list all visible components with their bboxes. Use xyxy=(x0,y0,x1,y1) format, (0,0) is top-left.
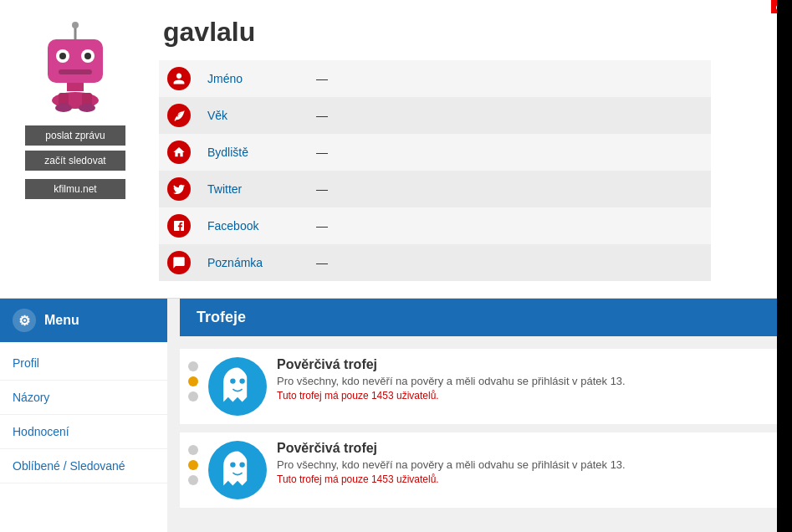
profile-section: poslat zprávu začít sledovat kfilmu.net … xyxy=(0,0,792,299)
sidebar-nav-item[interactable]: Hodnocení xyxy=(0,415,167,449)
sidebar-nav-link[interactable]: Hodnocení xyxy=(0,415,167,449)
trophy-count: Tuto trofej má pouze 1453 uživatelů. xyxy=(277,390,771,402)
username: gavlalu xyxy=(163,17,775,48)
dot-3 xyxy=(188,391,198,402)
info-row: Twitter — xyxy=(159,171,711,207)
sidebar-nav-item[interactable]: Profil xyxy=(0,346,167,381)
send-message-button[interactable]: poslat zprávu xyxy=(25,125,125,146)
dot-active xyxy=(188,460,198,470)
dot-3 xyxy=(188,475,198,485)
dot-1 xyxy=(188,361,198,371)
trophy-item: Pověrčivá trofej Pro všechny, kdo nevěří… xyxy=(180,432,779,508)
info-value: — xyxy=(308,97,711,134)
bottom-section: ⚙ Menu ProfilNázoryHodnoceníOblíbené / S… xyxy=(0,299,792,532)
sidebar-header: ⚙ Menu xyxy=(0,299,167,342)
sidebar-nav-link[interactable]: Profil xyxy=(0,346,167,381)
page-wrapper: on xyxy=(0,0,792,532)
trophy-dots xyxy=(188,441,198,485)
trophy-icon xyxy=(208,357,267,416)
trophy-dots xyxy=(188,357,198,402)
trophy-desc: Pro všechny, kdo nevěří na pověry a měli… xyxy=(277,375,771,387)
main-content: Trofeje Pověrčivá trofej Pro všechny, kd… xyxy=(167,299,792,532)
trophy-desc: Pro všechny, kdo nevěří na pověry a měli… xyxy=(277,458,771,471)
info-label: Poznámka xyxy=(199,244,308,281)
info-label: Twitter xyxy=(199,171,308,207)
svg-rect-2 xyxy=(48,39,103,83)
scrollbar[interactable] xyxy=(777,0,792,532)
sidebar-title: Menu xyxy=(44,313,79,328)
sidebar-nav: ProfilNázoryHodnoceníOblíbené / Sledovan… xyxy=(0,342,167,488)
trophy-info: Pověrčivá trofej Pro všechny, kdo nevěří… xyxy=(277,441,771,485)
info-icon-cell xyxy=(159,207,199,244)
gear-icon: ⚙ xyxy=(13,309,36,332)
website-link[interactable]: kfilmu.net xyxy=(25,179,125,199)
sidebar-nav-item[interactable]: Názory xyxy=(0,381,167,415)
svg-point-14 xyxy=(230,378,235,383)
svg-point-16 xyxy=(230,462,235,467)
svg-point-15 xyxy=(239,378,244,383)
info-row: Facebook — xyxy=(159,207,711,244)
info-label: Facebook xyxy=(199,207,308,244)
trophies-header: Trofeje xyxy=(180,299,779,336)
avatar xyxy=(29,21,121,113)
svg-rect-8 xyxy=(67,83,84,91)
info-icon-cell xyxy=(159,60,199,97)
info-label: Věk xyxy=(199,97,308,134)
sidebar-nav-link[interactable]: Oblíbené / Sledované xyxy=(0,449,167,483)
comment-icon xyxy=(167,251,191,274)
home-icon xyxy=(167,141,191,164)
trophy-info: Pověrčivá trofej Pro všechny, kdo nevěří… xyxy=(277,357,771,402)
trophy-count: Tuto trofej má pouze 1453 uživatelů. xyxy=(277,473,771,485)
facebook-icon xyxy=(167,214,191,238)
svg-point-5 xyxy=(59,53,66,59)
info-icon-cell xyxy=(159,134,199,171)
info-label: Bydliště xyxy=(199,134,308,171)
sidebar-nav-item[interactable]: Oblíbené / Sledované xyxy=(0,449,167,483)
svg-point-1 xyxy=(72,22,79,28)
trophy-title: Pověrčivá trofej xyxy=(277,441,771,456)
svg-rect-7 xyxy=(59,69,92,74)
info-row: Jméno — xyxy=(159,60,711,97)
trophy-icon xyxy=(208,441,267,499)
svg-point-12 xyxy=(55,104,72,112)
info-value: — xyxy=(308,207,711,244)
trophy-list: Pověrčivá trofej Pro všechny, kdo nevěří… xyxy=(180,349,779,508)
svg-point-17 xyxy=(239,462,244,467)
twitter-icon xyxy=(167,177,191,201)
info-icon-cell xyxy=(159,97,199,134)
info-table: Jméno — Věk — Bydliště — Twitter — Faceb xyxy=(159,60,711,281)
info-value: — xyxy=(308,134,711,171)
trophy-item: Pověrčivá trofej Pro všechny, kdo nevěří… xyxy=(180,349,779,424)
info-value: — xyxy=(308,60,711,97)
info-icon-cell xyxy=(159,171,199,207)
info-row: Poznámka — xyxy=(159,244,711,281)
info-label: Jméno xyxy=(199,60,308,97)
dot-active xyxy=(188,376,198,386)
info-icon-cell xyxy=(159,244,199,281)
sidebar: ⚙ Menu ProfilNázoryHodnoceníOblíbené / S… xyxy=(0,299,167,532)
trophy-title: Pověrčivá trofej xyxy=(277,357,771,372)
info-row: Bydliště — xyxy=(159,134,711,171)
info-value: — xyxy=(308,171,711,207)
start-follow-button[interactable]: začít sledovat xyxy=(25,151,125,171)
svg-point-13 xyxy=(79,104,95,112)
profile-left: poslat zprávu začít sledovat kfilmu.net xyxy=(8,17,142,281)
leaf-icon xyxy=(167,104,191,127)
sidebar-nav-link[interactable]: Názory xyxy=(0,381,167,415)
person-icon xyxy=(167,67,191,90)
profile-right: gavlalu Jméno — Věk — Bydliště — xyxy=(142,17,775,281)
svg-point-6 xyxy=(84,53,91,59)
dot-1 xyxy=(188,445,198,455)
info-value: — xyxy=(308,244,711,281)
info-row: Věk — xyxy=(159,97,711,134)
